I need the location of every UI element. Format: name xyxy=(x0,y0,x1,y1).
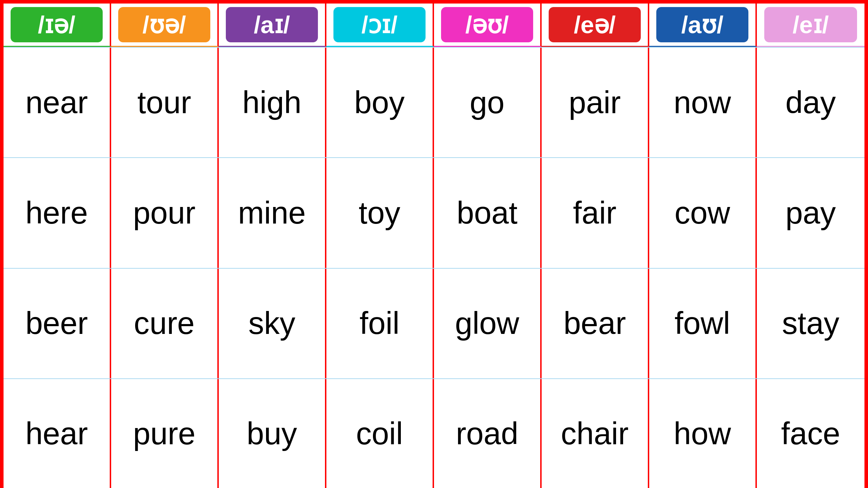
cell-r1-c7: pay xyxy=(757,158,864,268)
header-row: /ɪə//ʊə//aɪ//ɔɪ//əʊ//eə//aʊ//eɪ/ xyxy=(4,4,864,47)
cell-r0-c5: pair xyxy=(542,48,649,157)
header-cell-2: /aɪ/ xyxy=(219,4,326,47)
header-cell-1: /ʊə/ xyxy=(111,4,219,47)
header-cell-5: /eə/ xyxy=(542,4,649,47)
header-cell-0: /ɪə/ xyxy=(4,4,111,47)
cell-r2-c4: glow xyxy=(434,269,542,378)
phoneme-badge-4: /əʊ/ xyxy=(441,7,533,42)
data-rows: neartourhighboygopairnowdayherepourminet… xyxy=(4,47,864,488)
cell-r0-c7: day xyxy=(757,48,864,157)
cell-r3-c7: face xyxy=(757,379,864,488)
data-row-3: hearpurebuycoilroadchairhowface xyxy=(4,378,864,488)
phoneme-badge-6: /aʊ/ xyxy=(656,7,748,42)
cell-r2-c7: stay xyxy=(757,269,864,378)
cell-r3-c1: pure xyxy=(111,379,219,488)
data-row-2: beercureskyfoilglowbearfowlstay xyxy=(4,268,864,378)
header-cell-4: /əʊ/ xyxy=(434,4,542,47)
cell-r2-c3: foil xyxy=(326,269,434,378)
cell-r1-c2: mine xyxy=(219,158,326,268)
cell-r0-c0: near xyxy=(4,48,111,157)
cell-r2-c2: sky xyxy=(219,269,326,378)
cell-r3-c5: chair xyxy=(542,379,649,488)
cell-r3-c0: hear xyxy=(4,379,111,488)
header-cell-6: /aʊ/ xyxy=(649,4,757,47)
cell-r1-c1: pour xyxy=(111,158,219,268)
cell-r3-c3: coil xyxy=(326,379,434,488)
cell-r0-c3: boy xyxy=(326,48,434,157)
cell-r1-c0: here xyxy=(4,158,111,268)
cell-r0-c6: now xyxy=(649,48,757,157)
cell-r2-c5: bear xyxy=(542,269,649,378)
cell-r3-c4: road xyxy=(434,379,542,488)
cell-r2-c1: cure xyxy=(111,269,219,378)
cell-r1-c3: toy xyxy=(326,158,434,268)
data-row-0: neartourhighboygopairnowday xyxy=(4,47,864,157)
cell-r3-c6: how xyxy=(649,379,757,488)
cell-r1-c4: boat xyxy=(434,158,542,268)
cell-r3-c2: buy xyxy=(219,379,326,488)
phoneme-badge-7: /eɪ/ xyxy=(764,7,857,42)
data-row-1: herepourminetoyboatfaircowpay xyxy=(4,157,864,268)
header-cell-3: /ɔɪ/ xyxy=(326,4,434,47)
cell-r0-c4: go xyxy=(434,48,542,157)
phoneme-badge-5: /eə/ xyxy=(549,7,640,42)
phoneme-badge-1: /ʊə/ xyxy=(118,7,210,42)
phoneme-badge-2: /aɪ/ xyxy=(226,7,318,42)
phoneme-table: /ɪə//ʊə//aɪ//ɔɪ//əʊ//eə//aʊ//eɪ/ neartou… xyxy=(2,2,866,488)
cell-r0-c2: high xyxy=(219,48,326,157)
cell-r1-c5: fair xyxy=(542,158,649,268)
header-cell-7: /eɪ/ xyxy=(757,4,864,47)
cell-r2-c0: beer xyxy=(4,269,111,378)
cell-r1-c6: cow xyxy=(649,158,757,268)
cell-r0-c1: tour xyxy=(111,48,219,157)
phoneme-badge-3: /ɔɪ/ xyxy=(333,7,425,42)
phoneme-badge-0: /ɪə/ xyxy=(11,7,102,42)
cell-r2-c6: fowl xyxy=(649,269,757,378)
